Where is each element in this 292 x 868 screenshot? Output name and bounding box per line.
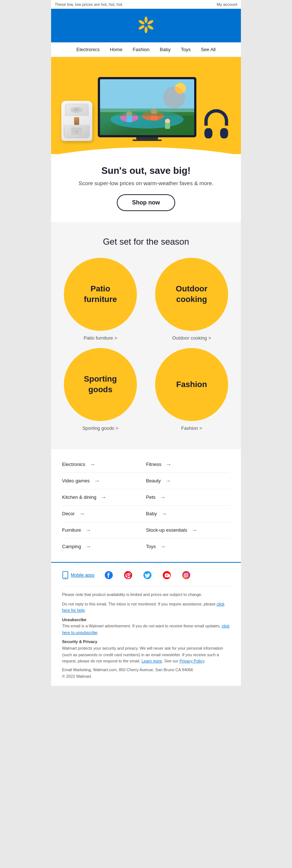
fashion-label: Fashion xyxy=(169,379,214,390)
nav-electronics[interactable]: Electronics xyxy=(76,47,100,52)
pinterest-icon[interactable] xyxy=(123,570,133,580)
shop-now-button[interactable]: Shop now xyxy=(117,194,175,211)
links-row-6: Camping → Toys → xyxy=(62,539,230,555)
youtube-icon[interactable] xyxy=(162,570,172,580)
arrow-kitchen[interactable]: → xyxy=(100,494,107,501)
arrow-electronics[interactable]: → xyxy=(89,461,96,468)
headphones-ear-right xyxy=(220,128,228,138)
promo-text: These low, low prices are hot, hot, hot. xyxy=(55,2,123,7)
tv-body xyxy=(98,77,196,137)
outdoor-circle[interactable]: Outdoorcooking xyxy=(155,258,228,331)
link-beauty[interactable]: Beauty xyxy=(146,478,161,483)
nav-fashion[interactable]: Fashion xyxy=(133,47,150,52)
sporting-link[interactable]: Sporting goods > xyxy=(82,425,119,431)
fashion-circle[interactable]: Fashion xyxy=(155,348,228,421)
twitter-icon[interactable] xyxy=(142,570,153,580)
link-fitness[interactable]: Fitness xyxy=(146,462,161,467)
links-section: Electronics → Fitness → Video games → Be… xyxy=(51,449,241,562)
links-col-right-5: Stock-up essentials → xyxy=(146,527,230,534)
headphones-image xyxy=(202,106,231,141)
privacy-link[interactable]: Privacy Policy xyxy=(180,659,204,663)
nav-toys[interactable]: Toys xyxy=(181,47,191,52)
arrow-fitness[interactable]: → xyxy=(165,461,172,468)
footer-address: Email Marketing, Walmart.com, 850 Cherry… xyxy=(62,668,230,672)
hero-section: 4L xyxy=(51,57,241,154)
sporting-label: Sportinggoods xyxy=(77,374,124,395)
link-pets[interactable]: Pets xyxy=(146,494,155,500)
svg-point-0 xyxy=(145,16,147,23)
links-col-left-4: Decor → xyxy=(62,510,146,517)
category-fashion: Fashion Fashion > xyxy=(150,348,234,431)
links-col-right-3: Pets → xyxy=(146,494,230,501)
mobile-apps-label: Mobile apps xyxy=(71,573,95,578)
link-toys[interactable]: Toys xyxy=(146,544,156,549)
links-row-4: Decor → Baby → xyxy=(62,506,230,522)
link-decor[interactable]: Decor xyxy=(62,511,75,516)
nav-bar: Electronics Home Fashion Baby Toys See A… xyxy=(51,42,241,57)
links-row-2: Video games → Beauty → xyxy=(62,473,230,489)
svg-text:4L: 4L xyxy=(75,130,78,133)
arrow-decor[interactable]: → xyxy=(78,510,86,517)
category-sporting: Sportinggoods Sporting goods > xyxy=(58,348,142,431)
links-col-left-2: Video games → xyxy=(62,477,146,485)
link-kitchen[interactable]: Kitchen & dining xyxy=(62,494,96,500)
svg-point-3 xyxy=(145,27,147,33)
svg-point-19 xyxy=(165,119,170,124)
patio-link[interactable]: Patio furniture > xyxy=(84,335,117,341)
airfryer-handle xyxy=(74,117,79,125)
tv-screen xyxy=(100,79,194,135)
learn-more-link[interactable]: Learn more xyxy=(142,659,162,663)
nav-baby[interactable]: Baby xyxy=(160,47,171,52)
footer-social-row: Mobile apps xyxy=(62,570,230,586)
links-col-right-6: Toys → xyxy=(146,543,230,550)
arrow-beauty[interactable]: → xyxy=(164,477,172,485)
walmart-logo[interactable] xyxy=(137,15,155,36)
arrow-video-games[interactable]: → xyxy=(93,477,101,485)
links-row-3: Kitchen & dining → Pets → xyxy=(62,489,230,506)
hero-image: 4L xyxy=(58,68,234,141)
airfryer-image: 4L xyxy=(61,101,92,141)
arrow-camping[interactable]: → xyxy=(85,543,92,550)
hero-headline: Sun's out, save big! xyxy=(66,165,226,176)
svg-rect-22 xyxy=(100,108,194,116)
nav-see-all[interactable]: See All xyxy=(201,47,215,52)
links-col-right-2: Beauty → xyxy=(146,477,230,485)
headphones-ear-left xyxy=(204,128,212,138)
svg-point-29 xyxy=(182,571,190,579)
link-furniture[interactable]: Furniture xyxy=(62,527,81,533)
footer-unsubscribe: Unsubscribe This email is a Walmart adve… xyxy=(62,617,230,636)
links-col-right-4: Baby → xyxy=(146,510,230,517)
airfryer-lid xyxy=(65,104,89,116)
link-baby[interactable]: Baby xyxy=(146,511,157,516)
link-electronics[interactable]: Electronics xyxy=(62,462,85,467)
svg-point-21 xyxy=(175,83,186,94)
link-video-games[interactable]: Video games xyxy=(62,478,90,483)
facebook-icon[interactable] xyxy=(104,570,114,580)
patio-circle[interactable]: Patiofurniture xyxy=(64,258,137,331)
tv-foot xyxy=(132,139,162,141)
arrow-baby[interactable]: → xyxy=(161,510,168,517)
fashion-link[interactable]: Fashion > xyxy=(181,425,202,431)
arrow-toys[interactable]: → xyxy=(160,543,167,550)
mobile-icon xyxy=(62,571,69,579)
link-stock-up[interactable]: Stock-up essentials xyxy=(146,527,187,533)
mobile-apps-link[interactable]: Mobile apps xyxy=(62,571,95,579)
svg-point-2 xyxy=(147,24,154,30)
links-col-left-1: Electronics → xyxy=(62,461,146,468)
link-camping[interactable]: Camping xyxy=(62,544,81,549)
unsubscribe-title: Unsubscribe xyxy=(62,617,87,622)
instagram-icon[interactable] xyxy=(181,570,191,580)
nav-home[interactable]: Home xyxy=(110,47,123,52)
links-col-left-3: Kitchen & dining → xyxy=(62,494,146,501)
arrow-furniture[interactable]: → xyxy=(85,527,92,534)
links-row-1: Electronics → Fitness → xyxy=(62,456,230,473)
svg-point-7 xyxy=(74,108,80,111)
footer-disclaimer2: Do not reply to this email. The inbox is… xyxy=(62,601,230,614)
arrow-pets[interactable]: → xyxy=(159,494,166,501)
svg-rect-16 xyxy=(127,116,132,122)
outdoor-link[interactable]: Outdoor cooking > xyxy=(172,335,211,341)
sporting-circle[interactable]: Sportinggoods xyxy=(64,348,137,421)
arrow-stock-up[interactable]: → xyxy=(191,527,198,534)
footer: Mobile apps xyxy=(51,562,241,686)
account-link[interactable]: My account xyxy=(217,2,237,7)
